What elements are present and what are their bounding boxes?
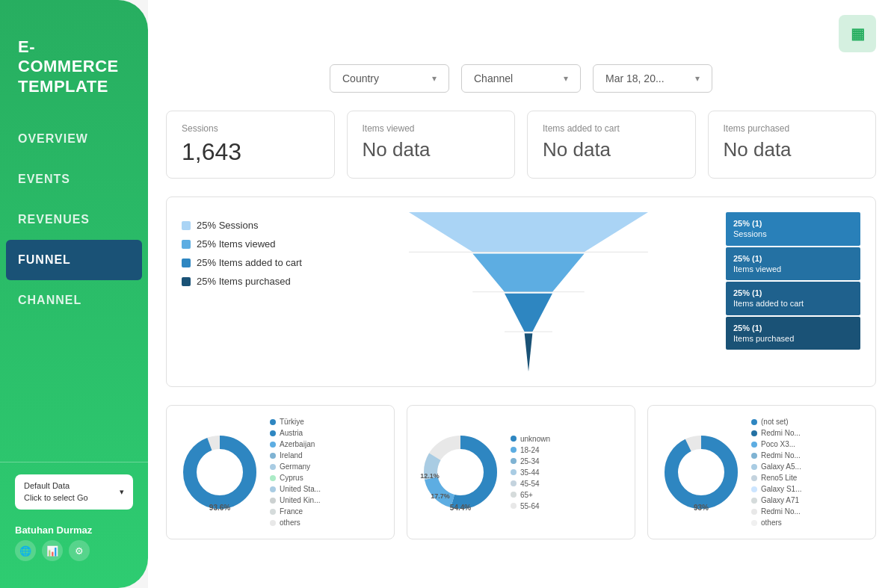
stat-items-viewed: Items viewed No data <box>347 111 516 179</box>
legend-label-viewed: 25% Items viewed <box>197 238 276 250</box>
stat-sessions: Sessions 1,643 <box>166 111 335 179</box>
funnel-pct-3: 25% (1) <box>733 324 762 332</box>
country-legend-1: Austria <box>270 429 382 437</box>
age-donut-label-2: 17.7% <box>431 492 450 500</box>
funnel-svg <box>409 212 648 371</box>
sidebar-bottom: Default Data Click to select Go ▾ Batuha… <box>0 462 148 573</box>
channel-filter-label: Channel <box>474 72 513 84</box>
channel-filter-arrow: ▾ <box>564 73 568 84</box>
sidebar-item-channel[interactable]: CHANNEL <box>0 280 148 321</box>
funnel-labels: 25% (1) Sessions 25% (1) Items viewed 25… <box>726 212 860 351</box>
stat-sessions-label: Sessions <box>182 123 319 134</box>
stat-items-viewed-label: Items viewed <box>363 123 500 134</box>
age-legend-5: 65+ <box>511 491 623 499</box>
age-chart-legend: unknown 18-24 25-34 35-44 45-54 65+ 55-6… <box>511 435 623 510</box>
charts-row: 93.6% Türkiye Austria Azerbaijan Ireland… <box>166 405 876 539</box>
funnel-pct-2: 25% (1) <box>733 288 762 297</box>
country-legend-4: Germany <box>270 462 382 471</box>
channel-filter[interactable]: Channel ▾ <box>461 64 581 93</box>
country-legend-3: Ireland <box>270 451 382 459</box>
funnel-layer-4 <box>525 333 533 371</box>
stat-items-viewed-value: No data <box>363 138 500 161</box>
country-legend-6: United Sta... <box>270 485 382 493</box>
country-legend-7: United Kin... <box>270 496 382 504</box>
device-legend-0: (not set) <box>751 418 863 426</box>
legend-label-purchased: 25% Items purchased <box>197 276 291 287</box>
age-legend-4: 45-54 <box>511 480 623 488</box>
stat-items-purchased-value: No data <box>724 138 861 161</box>
date-filter-label: Mar 18, 20... <box>605 72 665 84</box>
data-selector-bottom: Click to select Go <box>24 492 88 504</box>
data-selector-top: Default Data <box>24 480 88 492</box>
chevron-down-icon: ▾ <box>120 487 124 497</box>
stat-items-added: Items added to cart No data <box>527 111 696 179</box>
settings-icon[interactable]: ⚙ <box>69 540 90 561</box>
funnel-tooltip-0: 25% (1) Sessions <box>726 212 860 246</box>
sidebar-item-overview[interactable]: OVERVIEW <box>0 119 148 159</box>
user-name: Batuhan Durmaz <box>15 524 133 536</box>
country-chart-card: 93.6% Türkiye Austria Azerbaijan Ireland… <box>166 405 395 539</box>
device-donut-label: 93% <box>694 504 709 512</box>
sidebar-nav: OVERVIEW EVENTS REVENUES FUNNEL CHANNEL <box>0 119 148 462</box>
logo-icon: ▦ <box>851 25 865 43</box>
top-bar: ▦ <box>166 15 876 52</box>
age-donut: 12.1% 17.7% 54.4% <box>419 431 502 513</box>
country-chart-legend: Türkiye Austria Azerbaijan Ireland Germa… <box>270 418 382 527</box>
country-legend-0: Türkiye <box>270 418 382 426</box>
age-legend-2: 25-34 <box>511 457 623 465</box>
age-legend-6: 55-64 <box>511 502 623 510</box>
sidebar-item-events[interactable]: EVENTS <box>0 159 148 199</box>
funnel-tooltip-2: 25% (1) Items added to cart <box>726 282 860 315</box>
sidebar: E-COMMERCE TEMPLATE OVERVIEW EVENTS REVE… <box>0 0 148 588</box>
funnel-pct-0: 25% (1) <box>733 219 762 228</box>
device-chart-legend: (not set) Redmi No... Poco X3... Redmi N… <box>751 418 863 527</box>
country-legend-2: Azerbaijan <box>270 440 382 448</box>
funnel-legend: 25% Sessions 25% Items viewed 25% Items … <box>182 212 331 287</box>
app-title: E-COMMERCE TEMPLATE <box>0 30 148 119</box>
country-filter-label: Country <box>342 72 379 84</box>
country-donut-svg <box>179 431 261 513</box>
data-selector-text: Default Data Click to select Go <box>24 480 88 504</box>
funnel-name-0: Sessions <box>733 229 767 238</box>
date-filter[interactable]: Mar 18, 20... ▾ <box>593 64 712 93</box>
age-legend-0: unknown <box>511 435 623 443</box>
country-filter[interactable]: Country ▾ <box>330 64 449 93</box>
country-filter-arrow: ▾ <box>432 73 437 84</box>
svg-point-7 <box>671 442 731 502</box>
device-legend-4: Galaxy A5... <box>751 462 863 471</box>
stat-items-added-label: Items added to cart <box>543 123 680 134</box>
data-selector[interactable]: Default Data Click to select Go ▾ <box>15 474 133 510</box>
funnel-layer-1 <box>409 212 648 252</box>
sidebar-logo-area <box>0 15 148 30</box>
device-legend-2: Poco X3... <box>751 440 863 448</box>
filters-row: Country ▾ Channel ▾ Mar 18, 20... ▾ <box>166 64 876 93</box>
device-legend-9: others <box>751 519 863 527</box>
device-legend-8: Redmi No... <box>751 507 863 516</box>
legend-dot-sessions <box>182 221 191 230</box>
funnel-legend-item-1: 25% Items viewed <box>182 238 331 250</box>
svg-point-1 <box>190 442 250 502</box>
device-donut: 93% <box>660 431 742 513</box>
funnel-legend-item-3: 25% Items purchased <box>182 276 331 287</box>
funnel-pct-1: 25% (1) <box>733 254 762 263</box>
funnel-section: 25% Sessions 25% Items viewed 25% Items … <box>166 196 876 387</box>
sidebar-item-funnel[interactable]: FUNNEL <box>6 240 142 280</box>
funnel-chart <box>346 212 711 371</box>
sidebar-item-revenues[interactable]: REVENUES <box>0 199 148 240</box>
funnel-name-1: Items viewed <box>733 264 781 273</box>
legend-label-sessions: 25% Sessions <box>197 220 258 231</box>
chart-icon[interactable]: 📊 <box>42 540 63 561</box>
stat-sessions-value: 1,643 <box>182 138 319 166</box>
country-donut: 93.6% <box>179 431 261 513</box>
funnel-legend-item-2: 25% Items added to cart <box>182 257 331 268</box>
funnel-tooltip-1: 25% (1) Items viewed <box>726 247 860 281</box>
globe-icon[interactable]: 🌐 <box>15 540 36 561</box>
country-legend-8: France <box>270 507 382 516</box>
stats-row: Sessions 1,643 Items viewed No data Item… <box>166 111 876 179</box>
user-icons: 🌐 📊 ⚙ <box>15 540 133 561</box>
funnel-layer-3 <box>505 294 552 332</box>
legend-dot-viewed <box>182 240 191 249</box>
stat-items-added-value: No data <box>543 138 680 161</box>
device-chart-card: 93% (not set) Redmi No... Poco X3... Red… <box>647 405 876 539</box>
device-legend-7: Galaxy A71 <box>751 496 863 504</box>
